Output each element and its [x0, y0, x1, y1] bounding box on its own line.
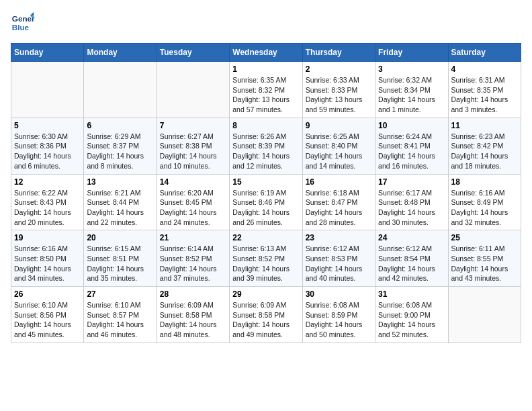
day-number: 14 [160, 177, 226, 187]
calendar-cell: 14Sunrise: 6:20 AMSunset: 8:45 PMDayligh… [157, 174, 229, 230]
day-info: Sunrise: 6:27 AMSunset: 8:38 PMDaylight:… [160, 132, 226, 171]
day-number: 30 [306, 289, 372, 299]
col-header-sunday: Sunday [11, 44, 84, 62]
day-number: 28 [160, 289, 226, 299]
calendar-cell: 9Sunrise: 6:25 AMSunset: 8:40 PMDaylight… [302, 118, 375, 174]
calendar-cell [84, 62, 157, 118]
calendar-cell: 10Sunrise: 6:24 AMSunset: 8:41 PMDayligh… [375, 118, 448, 174]
day-number: 15 [232, 177, 299, 187]
calendar-cell: 27Sunrise: 6:10 AMSunset: 8:57 PMDayligh… [84, 287, 157, 343]
day-info: Sunrise: 6:26 AMSunset: 8:39 PMDaylight:… [232, 132, 299, 171]
day-info: Sunrise: 6:10 AMSunset: 8:57 PMDaylight:… [87, 300, 153, 340]
calendar-cell: 5Sunrise: 6:30 AMSunset: 8:36 PMDaylight… [11, 118, 84, 174]
day-number: 25 [451, 233, 518, 242]
day-number: 20 [87, 233, 153, 242]
calendar-cell: 28Sunrise: 6:09 AMSunset: 8:58 PMDayligh… [157, 287, 229, 343]
day-number: 1 [232, 64, 299, 74]
week-row-5: 26Sunrise: 6:10 AMSunset: 8:56 PMDayligh… [11, 287, 521, 343]
calendar-cell: 29Sunrise: 6:09 AMSunset: 8:58 PMDayligh… [230, 287, 302, 343]
calendar-cell: 19Sunrise: 6:16 AMSunset: 8:50 PMDayligh… [11, 230, 84, 287]
week-row-1: 1Sunrise: 6:35 AMSunset: 8:32 PMDaylight… [11, 62, 521, 118]
day-number: 31 [378, 289, 445, 299]
day-number: 19 [14, 233, 81, 242]
day-info: Sunrise: 6:22 AMSunset: 8:43 PMDaylight:… [14, 188, 81, 228]
calendar-cell: 4Sunrise: 6:31 AMSunset: 8:35 PMDaylight… [448, 62, 521, 118]
day-number: 5 [14, 121, 81, 130]
svg-text:Blue: Blue [12, 23, 30, 32]
calendar-cell: 3Sunrise: 6:32 AMSunset: 8:34 PMDaylight… [375, 62, 448, 118]
calendar-cell: 23Sunrise: 6:12 AMSunset: 8:53 PMDayligh… [302, 230, 375, 287]
page-header: General Blue [11, 11, 521, 35]
day-number: 11 [451, 121, 518, 130]
day-info: Sunrise: 6:32 AMSunset: 8:34 PMDaylight:… [378, 75, 445, 115]
day-number: 7 [160, 121, 226, 130]
day-number: 18 [451, 177, 518, 187]
calendar-cell: 18Sunrise: 6:16 AMSunset: 8:49 PMDayligh… [448, 174, 521, 230]
day-info: Sunrise: 6:15 AMSunset: 8:51 PMDaylight:… [87, 244, 153, 283]
day-number: 2 [306, 64, 372, 74]
calendar-cell: 26Sunrise: 6:10 AMSunset: 8:56 PMDayligh… [11, 287, 84, 343]
calendar-cell: 11Sunrise: 6:23 AMSunset: 8:42 PMDayligh… [448, 118, 521, 174]
day-info: Sunrise: 6:35 AMSunset: 8:32 PMDaylight:… [232, 75, 299, 115]
day-info: Sunrise: 6:21 AMSunset: 8:44 PMDaylight:… [87, 188, 153, 228]
col-header-saturday: Saturday [448, 44, 521, 62]
day-number: 29 [232, 289, 299, 299]
day-info: Sunrise: 6:16 AMSunset: 8:49 PMDaylight:… [451, 188, 518, 228]
calendar-cell [448, 287, 521, 343]
day-number: 10 [378, 121, 445, 130]
day-info: Sunrise: 6:24 AMSunset: 8:41 PMDaylight:… [378, 132, 445, 171]
day-info: Sunrise: 6:20 AMSunset: 8:45 PMDaylight:… [160, 188, 226, 228]
day-number: 22 [232, 233, 299, 242]
day-number: 16 [306, 177, 372, 187]
day-number: 17 [378, 177, 445, 187]
calendar-cell: 1Sunrise: 6:35 AMSunset: 8:32 PMDaylight… [230, 62, 302, 118]
day-info: Sunrise: 6:23 AMSunset: 8:42 PMDaylight:… [451, 132, 518, 171]
day-info: Sunrise: 6:11 AMSunset: 8:55 PMDaylight:… [451, 244, 518, 283]
week-row-3: 12Sunrise: 6:22 AMSunset: 8:43 PMDayligh… [11, 174, 521, 230]
day-number: 13 [87, 177, 153, 187]
calendar-cell: 24Sunrise: 6:12 AMSunset: 8:54 PMDayligh… [375, 230, 448, 287]
calendar-cell: 13Sunrise: 6:21 AMSunset: 8:44 PMDayligh… [84, 174, 157, 230]
day-info: Sunrise: 6:16 AMSunset: 8:50 PMDaylight:… [14, 244, 81, 283]
col-header-wednesday: Wednesday [230, 44, 302, 62]
day-info: Sunrise: 6:12 AMSunset: 8:53 PMDaylight:… [306, 244, 372, 283]
calendar-cell: 20Sunrise: 6:15 AMSunset: 8:51 PMDayligh… [84, 230, 157, 287]
day-info: Sunrise: 6:31 AMSunset: 8:35 PMDaylight:… [451, 75, 518, 115]
calendar-cell: 15Sunrise: 6:19 AMSunset: 8:46 PMDayligh… [230, 174, 302, 230]
calendar-cell: 31Sunrise: 6:08 AMSunset: 9:00 PMDayligh… [375, 287, 448, 343]
day-number: 23 [306, 233, 372, 242]
day-number: 3 [378, 64, 445, 74]
day-info: Sunrise: 6:25 AMSunset: 8:40 PMDaylight:… [306, 132, 372, 171]
col-header-tuesday: Tuesday [157, 44, 229, 62]
week-row-2: 5Sunrise: 6:30 AMSunset: 8:36 PMDaylight… [11, 118, 521, 174]
day-info: Sunrise: 6:09 AMSunset: 8:58 PMDaylight:… [160, 300, 226, 340]
day-number: 9 [306, 121, 372, 130]
calendar-cell: 8Sunrise: 6:26 AMSunset: 8:39 PMDaylight… [230, 118, 302, 174]
day-info: Sunrise: 6:14 AMSunset: 8:52 PMDaylight:… [160, 244, 226, 283]
day-number: 12 [14, 177, 81, 187]
calendar-table: SundayMondayTuesdayWednesdayThursdayFrid… [11, 43, 521, 343]
day-number: 24 [378, 233, 445, 242]
calendar-cell [11, 62, 84, 118]
day-number: 8 [232, 121, 299, 130]
day-number: 6 [87, 121, 153, 130]
day-info: Sunrise: 6:33 AMSunset: 8:33 PMDaylight:… [306, 75, 372, 115]
calendar-cell: 16Sunrise: 6:18 AMSunset: 8:47 PMDayligh… [302, 174, 375, 230]
col-header-monday: Monday [84, 44, 157, 62]
day-info: Sunrise: 6:13 AMSunset: 8:52 PMDaylight:… [232, 244, 299, 283]
calendar-cell: 6Sunrise: 6:29 AMSunset: 8:37 PMDaylight… [84, 118, 157, 174]
col-header-friday: Friday [375, 44, 448, 62]
calendar-cell: 21Sunrise: 6:14 AMSunset: 8:52 PMDayligh… [157, 230, 229, 287]
day-number: 21 [160, 233, 226, 242]
day-info: Sunrise: 6:09 AMSunset: 8:58 PMDaylight:… [232, 300, 299, 340]
logo: General Blue [11, 11, 38, 35]
calendar-cell: 2Sunrise: 6:33 AMSunset: 8:33 PMDaylight… [302, 62, 375, 118]
calendar-cell: 17Sunrise: 6:17 AMSunset: 8:48 PMDayligh… [375, 174, 448, 230]
calendar-cell: 12Sunrise: 6:22 AMSunset: 8:43 PMDayligh… [11, 174, 84, 230]
day-number: 4 [451, 64, 518, 74]
logo-icon: General Blue [11, 11, 35, 35]
day-info: Sunrise: 6:08 AMSunset: 8:59 PMDaylight:… [306, 300, 372, 340]
calendar-cell: 30Sunrise: 6:08 AMSunset: 8:59 PMDayligh… [302, 287, 375, 343]
day-number: 26 [14, 289, 81, 299]
day-info: Sunrise: 6:19 AMSunset: 8:46 PMDaylight:… [232, 188, 299, 228]
